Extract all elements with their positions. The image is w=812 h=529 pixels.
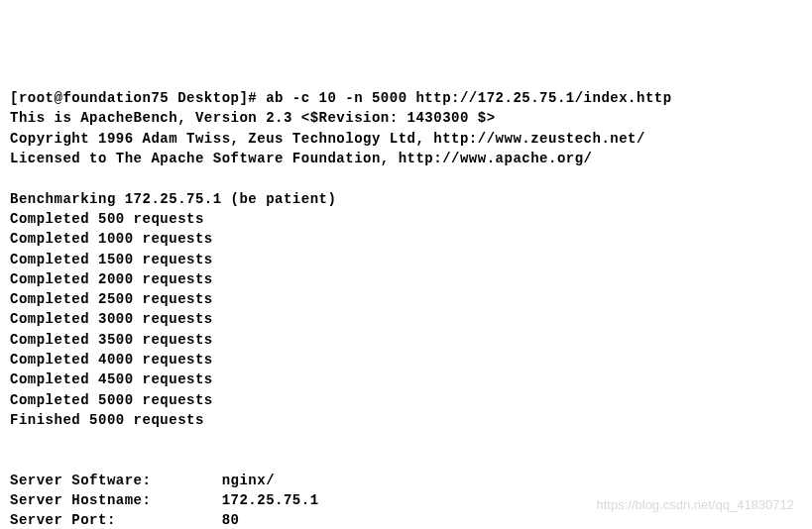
benchmarking-line: Benchmarking 172.25.75.1 (be patient) <box>10 191 336 207</box>
finished-line: Finished 5000 requests <box>10 412 204 428</box>
completed-line: Completed 3500 requests <box>10 332 213 348</box>
completed-line: Completed 5000 requests <box>10 392 213 408</box>
completed-line: Completed 4000 requests <box>10 352 213 368</box>
server-software-line: Server Software: nginx/ <box>10 473 275 488</box>
completed-line: Completed 1000 requests <box>10 231 213 247</box>
ab-license-line: Licensed to The Apache Software Foundati… <box>10 151 593 166</box>
completed-line: Completed 2000 requests <box>10 271 213 287</box>
terminal-output: [root@foundation75 Desktop]# ab -c 10 -n… <box>10 88 802 529</box>
server-hostname-line: Server Hostname: 172.25.75.1 <box>10 492 319 508</box>
server-port-line: Server Port: 80 <box>10 512 239 528</box>
completed-line: Completed 500 requests <box>10 211 204 227</box>
ab-copyright-line: Copyright 1996 Adam Twiss, Zeus Technolo… <box>10 131 645 147</box>
ab-version-line: This is ApacheBench, Version 2.3 <$Revis… <box>10 110 496 126</box>
completed-line: Completed 3000 requests <box>10 311 213 327</box>
prompt-line: [root@foundation75 Desktop]# ab -c 10 -n… <box>10 90 672 106</box>
completed-line: Completed 2500 requests <box>10 291 213 307</box>
completed-line: Completed 4500 requests <box>10 371 213 387</box>
completed-line: Completed 1500 requests <box>10 252 213 267</box>
watermark-text: https://blog.csdn.net/qq_41830712 <box>597 496 795 515</box>
